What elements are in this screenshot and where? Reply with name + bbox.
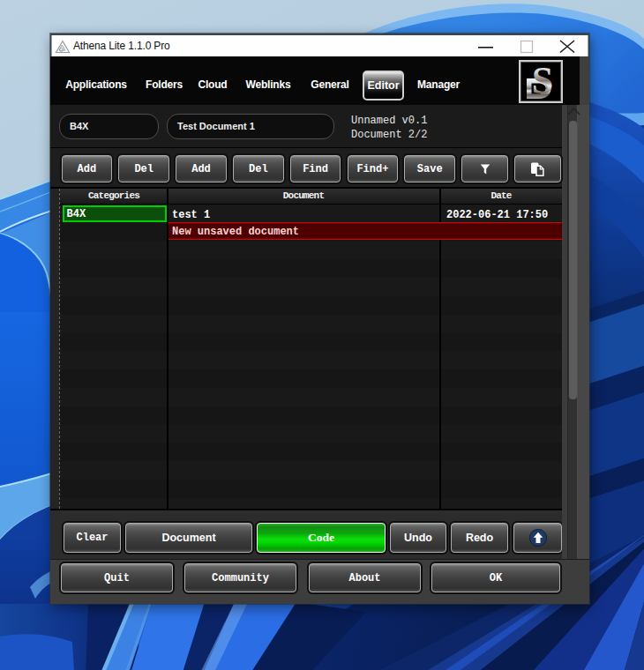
svg-text:S: S: [532, 62, 553, 101]
